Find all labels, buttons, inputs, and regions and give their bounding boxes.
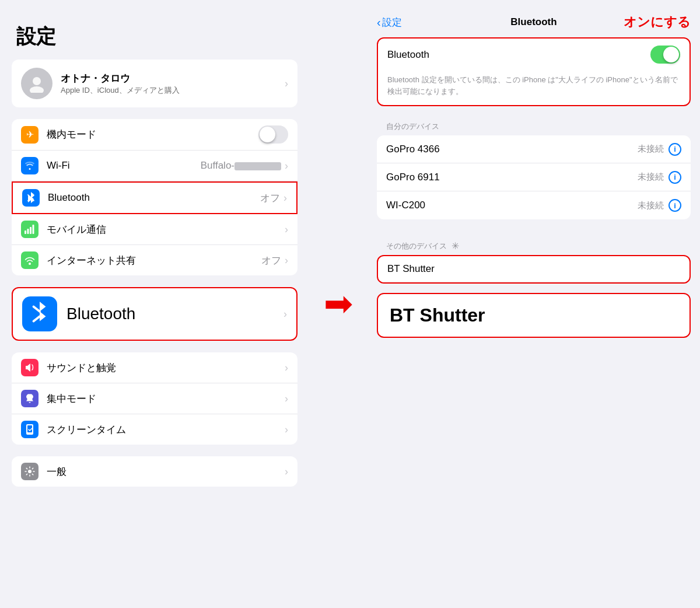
wifi-icon <box>21 157 38 174</box>
settings-row-bluetooth[interactable]: Bluetooth オフ › <box>12 181 298 214</box>
settings-row-general[interactable]: 一般 › <box>12 456 298 487</box>
device-name-gopro4366: GoPro 4366 <box>386 144 638 155</box>
airplane-toggle-thumb <box>260 127 275 142</box>
device-info-btn-wic200[interactable]: i <box>668 199 681 212</box>
sound-icon <box>21 359 38 376</box>
general-chevron: › <box>285 466 288 478</box>
bluetooth-toggle-switch[interactable] <box>650 46 680 64</box>
screentime-icon <box>21 421 38 438</box>
right-arrow-icon: ➡ <box>324 286 353 322</box>
settings-title: 設定 <box>12 23 298 50</box>
settings-row-wifi[interactable]: Wi-Fi Buffalo- › <box>12 151 298 181</box>
bluetooth-toggle-card: Bluetooth Bluetooth 設定を開いている間は、この iPhone… <box>377 37 691 106</box>
other-devices-card: BT Shutter <box>377 255 691 284</box>
device-info-btn-gopro4366[interactable]: i <box>668 143 681 156</box>
device-status-gopro6911: 未接続 <box>638 172 664 183</box>
svg-rect-4 <box>30 227 32 234</box>
sound-chevron: › <box>285 362 288 374</box>
bluetooth-toggle-label: Bluetooth <box>387 49 650 61</box>
wifi-label: Wi-Fi <box>47 160 201 172</box>
profile-chevron: › <box>285 78 288 90</box>
cellular-label: モバイル通信 <box>47 223 285 236</box>
svg-rect-3 <box>27 229 29 234</box>
bluetooth-large-label: Bluetooth <box>66 305 284 323</box>
svg-point-1 <box>30 86 44 93</box>
settings-row-sound[interactable]: サウンドと触覚 › <box>12 352 298 383</box>
device-name-wic200: WI-C200 <box>386 200 638 211</box>
profile-card[interactable]: オトナ・タロウ Apple ID、iCloud、メディアと購入 › <box>12 60 298 107</box>
other-devices-header: その他のデバイス ✳ <box>377 231 691 255</box>
settings-row-cellular[interactable]: モバイル通信 › <box>12 214 298 245</box>
bt-shutter-large-text: BT Shutter <box>390 305 485 326</box>
device-info-btn-gopro6911[interactable]: i <box>668 171 681 184</box>
nav-back-button[interactable]: ‹ 設定 <box>377 16 402 29</box>
settings-group-network: ✈ 機内モード Wi-Fi Buffalo- › <box>12 119 298 275</box>
settings-row-screentime[interactable]: スクリーンタイム › <box>12 414 298 445</box>
bluetooth-chevron: › <box>284 192 287 204</box>
nav-back-chevron: ‹ <box>377 16 381 29</box>
nav-back-label: 設定 <box>382 16 402 29</box>
focus-chevron: › <box>285 393 288 405</box>
hotspot-value: オフ <box>261 254 281 267</box>
device-status-wic200: 未接続 <box>638 200 664 211</box>
action-label: オンにする <box>624 13 691 31</box>
nav-title: Bluetooth <box>510 16 556 28</box>
airplane-icon: ✈ <box>21 126 38 144</box>
settings-row-airplane[interactable]: ✈ 機内モード <box>12 119 298 151</box>
svg-point-0 <box>33 77 41 85</box>
bluetooth-label: Bluetooth <box>48 192 260 204</box>
bluetooth-value: オフ <box>260 191 280 205</box>
bluetooth-description: Bluetooth 設定を開いている間は、この iPhone は"大人ライフの … <box>378 71 690 105</box>
screentime-label: スクリーンタイム <box>47 423 285 436</box>
bluetooth-toggle-row[interactable]: Bluetooth <box>378 39 690 71</box>
svg-rect-5 <box>33 225 34 234</box>
general-label: 一般 <box>47 465 285 478</box>
arrow-section: ➡ <box>309 0 368 608</box>
focus-label: 集中モード <box>47 392 285 406</box>
bt-shutter-large-card: BT Shutter <box>377 293 691 338</box>
airplane-label: 機内モード <box>47 128 258 141</box>
svg-point-9 <box>28 470 32 473</box>
device-row-gopro6911[interactable]: GoPro 6911 未接続 i <box>377 163 691 191</box>
general-icon <box>21 463 38 480</box>
left-panel: 設定 オトナ・タロウ Apple ID、iCloud、メディアと購入 › ✈ 機… <box>0 0 309 608</box>
profile-row[interactable]: オトナ・タロウ Apple ID、iCloud、メディアと購入 › <box>12 60 298 107</box>
bluetooth-large-row[interactable]: Bluetooth › <box>12 287 298 341</box>
my-devices-header: 自分のデバイス <box>377 112 691 135</box>
bluetooth-toggle-thumb <box>663 47 679 62</box>
screentime-chevron: › <box>285 424 288 436</box>
wifi-chevron: › <box>285 160 288 172</box>
settings-group-prefs: サウンドと触覚 › 集中モード › スクリーンタイム › <box>12 352 298 445</box>
profile-subtitle: Apple ID、iCloud、メディアと購入 <box>61 85 285 96</box>
sound-label: サウンドと触覚 <box>47 361 285 375</box>
my-devices-card: GoPro 4366 未接続 i GoPro 6911 未接続 i WI-C20… <box>377 135 691 219</box>
bluetooth-icon-small <box>22 189 40 207</box>
nav-bar: ‹ 設定 Bluetooth オンにする <box>377 12 691 37</box>
avatar <box>21 68 52 99</box>
hotspot-label: インターネット共有 <box>47 254 261 267</box>
wifi-value: Buffalo- <box>201 160 281 172</box>
right-panel: ‹ 設定 Bluetooth オンにする Bluetooth Bluetooth… <box>368 0 700 608</box>
settings-group-general: 一般 › <box>12 456 298 487</box>
bluetooth-large-chevron: › <box>284 308 287 320</box>
settings-row-focus[interactable]: 集中モード › <box>12 383 298 414</box>
profile-name: オトナ・タロウ <box>61 72 285 85</box>
device-name-gopro6911: GoPro 6911 <box>386 172 638 183</box>
cellular-chevron: › <box>285 223 288 236</box>
spinner-icon: ✳ <box>452 240 459 251</box>
airplane-toggle[interactable] <box>258 125 288 144</box>
bt-shutter-row[interactable]: BT Shutter <box>378 256 690 282</box>
other-devices-header-label: その他のデバイス <box>386 241 447 251</box>
cellular-icon <box>21 221 38 238</box>
device-row-wic200[interactable]: WI-C200 未接続 i <box>377 191 691 219</box>
hotspot-icon <box>21 251 38 269</box>
device-status-gopro4366: 未接続 <box>638 144 664 155</box>
profile-text: オトナ・タロウ Apple ID、iCloud、メディアと購入 <box>61 72 285 96</box>
bt-shutter-name: BT Shutter <box>387 263 435 275</box>
svg-rect-2 <box>24 230 26 234</box>
settings-row-hotspot[interactable]: インターネット共有 オフ › <box>12 245 298 275</box>
hotspot-chevron: › <box>285 254 288 267</box>
device-row-gopro4366[interactable]: GoPro 4366 未接続 i <box>377 135 691 163</box>
focus-icon <box>21 390 38 407</box>
bluetooth-large-icon <box>22 296 57 331</box>
